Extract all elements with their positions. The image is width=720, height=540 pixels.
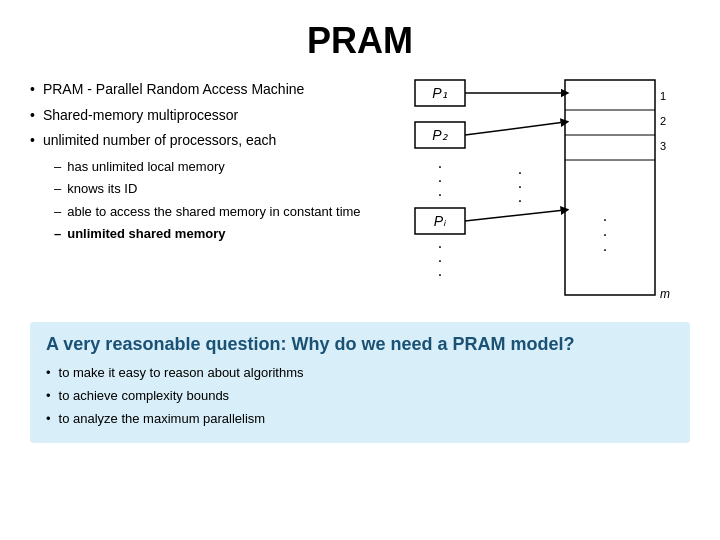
svg-text:·: ·	[438, 266, 442, 283]
svg-text:·: ·	[603, 211, 607, 228]
bullet-3: • unlimited number of processors, each	[30, 131, 390, 151]
dash-1: –	[54, 157, 61, 177]
bullet-text-2: Shared-memory multiprocessor	[43, 106, 238, 126]
svg-rect-0	[415, 80, 465, 106]
sub-bullet-1: – has unlimited local memory	[54, 157, 390, 177]
bullet-dot-2: •	[30, 106, 35, 126]
question-title: A very reasonable question: Why do we ne…	[46, 334, 674, 355]
svg-text:1: 1	[660, 90, 666, 102]
svg-text:P₁: P₁	[432, 85, 447, 101]
svg-text:·: ·	[438, 186, 442, 203]
svg-text:2: 2	[660, 115, 666, 127]
q-dot-3: •	[46, 409, 51, 430]
bullet-2: • Shared-memory multiprocessor	[30, 106, 390, 126]
q-text-2: to achieve complexity bounds	[59, 386, 230, 407]
svg-rect-2	[415, 122, 465, 148]
svg-line-20	[465, 122, 565, 135]
q-bullet-1: • to make it easy to reason about algori…	[46, 363, 674, 384]
svg-text:·: ·	[438, 158, 442, 175]
q-bullet-3: • to analyze the maximum parallelism	[46, 409, 674, 430]
svg-text:·: ·	[518, 164, 522, 181]
svg-line-21	[465, 210, 565, 221]
sub-bullet-4: – unlimited shared memory	[54, 224, 390, 244]
diagram-svg: P₁ P₂ · · · Pᵢ · · ·	[410, 70, 670, 300]
content-area: • PRAM - Parallel Random Access Machine …	[30, 80, 690, 300]
sub-text-4: unlimited shared memory	[67, 224, 225, 244]
bullet-text-3: unlimited number of processors, each	[43, 131, 276, 151]
svg-text:·: ·	[603, 226, 607, 243]
bullet-dot-1: •	[30, 80, 35, 100]
q-text-3: to analyze the maximum parallelism	[59, 409, 266, 430]
bullet-text-1: PRAM - Parallel Random Access Machine	[43, 80, 304, 100]
svg-text:·: ·	[518, 178, 522, 195]
question-box: A very reasonable question: Why do we ne…	[30, 322, 690, 443]
bullet-dot-3: •	[30, 131, 35, 151]
sub-bullet-2: – knows its ID	[54, 179, 390, 199]
q-text-1: to make it easy to reason about algorith…	[59, 363, 304, 384]
svg-text:Pᵢ: Pᵢ	[434, 213, 447, 229]
svg-text:m: m	[660, 287, 670, 300]
svg-text:·: ·	[438, 238, 442, 255]
sub-text-3: able to access the shared memory in cons…	[67, 202, 360, 222]
bullet-1: • PRAM - Parallel Random Access Machine	[30, 80, 390, 100]
dash-2: –	[54, 179, 61, 199]
slide-title: PRAM	[30, 20, 690, 62]
svg-text:P₂: P₂	[432, 127, 447, 143]
dash-4: –	[54, 224, 61, 244]
sub-text-1: has unlimited local memory	[67, 157, 225, 177]
svg-rect-7	[415, 208, 465, 234]
q-dot-2: •	[46, 386, 51, 407]
svg-rect-12	[565, 80, 655, 295]
left-panel: • PRAM - Parallel Random Access Machine …	[30, 80, 390, 300]
dash-3: –	[54, 202, 61, 222]
slide: PRAM • PRAM - Parallel Random Access Mac…	[0, 0, 720, 540]
diagram: P₁ P₂ · · · Pᵢ · · ·	[410, 70, 670, 300]
q-bullet-2: • to achieve complexity bounds	[46, 386, 674, 407]
svg-text:·: ·	[603, 241, 607, 258]
svg-text:·: ·	[438, 172, 442, 189]
svg-text:·: ·	[438, 252, 442, 269]
right-panel: P₁ P₂ · · · Pᵢ · · ·	[410, 70, 690, 300]
question-bullets: • to make it easy to reason about algori…	[46, 363, 674, 429]
sub-text-2: knows its ID	[67, 179, 137, 199]
sub-bullet-3: – able to access the shared memory in co…	[54, 202, 390, 222]
svg-text:3: 3	[660, 140, 666, 152]
svg-text:·: ·	[518, 192, 522, 209]
sub-bullets: – has unlimited local memory – knows its…	[54, 157, 390, 244]
q-dot-1: •	[46, 363, 51, 384]
